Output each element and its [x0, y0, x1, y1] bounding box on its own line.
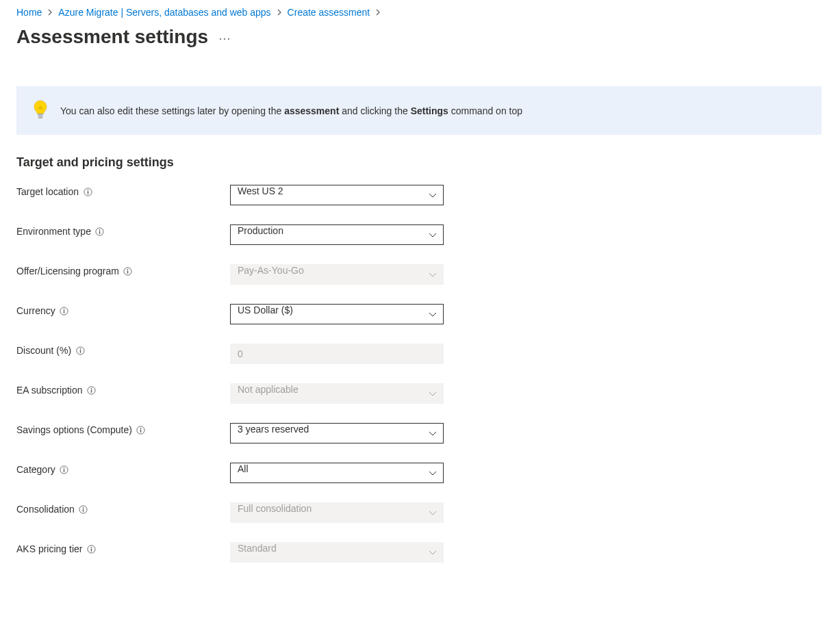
info-icon[interactable] [123, 266, 133, 276]
info-icon[interactable] [60, 465, 69, 474]
svg-rect-3 [38, 114, 43, 115]
svg-rect-23 [91, 389, 92, 392]
savings-options-label: Savings options (Compute) [16, 424, 132, 435]
svg-rect-5 [38, 117, 42, 118]
info-icon[interactable] [83, 187, 92, 196]
svg-point-25 [140, 428, 142, 429]
aks-pricing-tier-label: AKS pricing tier [16, 543, 82, 554]
svg-point-13 [127, 269, 129, 270]
aks-pricing-tier-select: Standard [230, 542, 444, 563]
environment-type-label: Environment type [16, 226, 91, 237]
info-icon[interactable] [95, 227, 105, 236]
svg-rect-17 [64, 310, 64, 313]
consolidation-label: Consolidation [16, 504, 75, 515]
currency-select[interactable]: US Dollar ($) [230, 304, 444, 324]
discount-input [230, 344, 444, 364]
target-location-select[interactable]: West US 2 [230, 185, 444, 205]
svg-point-16 [64, 309, 65, 310]
currency-label: Currency [16, 305, 55, 316]
info-icon[interactable] [86, 544, 96, 554]
ea-subscription-label: EA subscription [16, 385, 83, 396]
category-select[interactable]: All [230, 463, 444, 483]
svg-rect-20 [79, 350, 80, 352]
info-banner: You can also edit these settings later b… [16, 86, 822, 135]
offer-licensing-select: Pay-As-You-Go [230, 264, 444, 285]
svg-rect-4 [38, 116, 43, 117]
svg-rect-11 [99, 231, 100, 233]
svg-point-0 [220, 38, 221, 40]
section-heading: Target and pricing settings [16, 155, 822, 170]
info-icon[interactable] [79, 504, 88, 514]
ea-subscription-select: Not applicable [230, 383, 444, 404]
chevron-right-icon [375, 7, 381, 18]
more-actions-icon[interactable] [219, 31, 230, 43]
svg-point-34 [91, 547, 92, 548]
page-title: Assessment settings [16, 26, 208, 48]
banner-text: You can also edit these settings later b… [60, 105, 522, 116]
svg-rect-29 [64, 469, 64, 472]
info-icon[interactable] [87, 385, 97, 395]
offer-licensing-label: Offer/Licensing program [16, 266, 119, 276]
svg-point-7 [87, 190, 88, 191]
lightbulb-icon [33, 100, 48, 121]
svg-point-2 [228, 38, 229, 40]
discount-label: Discount (%) [16, 345, 71, 356]
svg-point-19 [79, 348, 81, 350]
consolidation-select: Full consolidation [230, 502, 444, 523]
svg-point-28 [64, 467, 65, 469]
svg-rect-14 [127, 270, 128, 273]
svg-point-10 [99, 229, 101, 231]
chevron-right-icon [277, 7, 282, 18]
category-label: Category [16, 464, 55, 475]
svg-point-22 [91, 388, 92, 389]
svg-rect-26 [140, 429, 141, 432]
svg-point-31 [83, 507, 84, 508]
environment-type-select[interactable]: Production [230, 224, 444, 245]
breadcrumb-link-home[interactable]: Home [16, 7, 42, 18]
breadcrumb: Home Azure Migrate | Servers, databases … [16, 7, 822, 18]
info-icon[interactable] [60, 306, 69, 315]
info-icon[interactable] [75, 346, 85, 355]
savings-options-select[interactable]: 3 years reserved [230, 423, 444, 443]
chevron-right-icon [47, 7, 53, 18]
breadcrumb-link-azure-migrate[interactable]: Azure Migrate | Servers, databases and w… [58, 7, 270, 18]
svg-rect-8 [87, 191, 88, 194]
svg-point-1 [224, 38, 225, 40]
breadcrumb-link-create-assessment[interactable]: Create assessment [288, 7, 370, 18]
svg-rect-32 [83, 508, 84, 511]
target-location-label: Target location [16, 186, 79, 197]
svg-rect-35 [91, 548, 92, 551]
info-icon[interactable] [136, 425, 146, 435]
